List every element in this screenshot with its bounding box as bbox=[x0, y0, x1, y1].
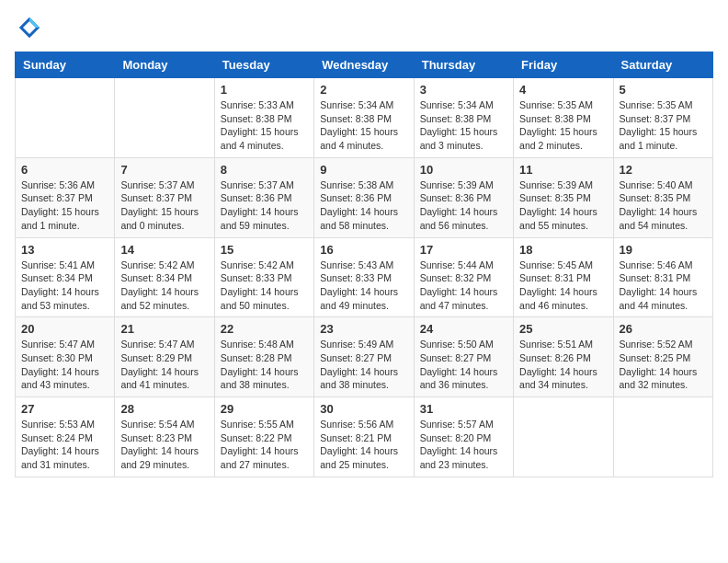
calendar-cell: 9Sunrise: 5:38 AM Sunset: 8:36 PM Daylig… bbox=[314, 157, 414, 237]
day-info: Sunrise: 5:42 AM Sunset: 8:33 PM Dayligh… bbox=[221, 259, 308, 313]
day-info: Sunrise: 5:49 AM Sunset: 8:27 PM Dayligh… bbox=[320, 338, 407, 392]
day-info: Sunrise: 5:33 AM Sunset: 8:38 PM Dayligh… bbox=[221, 98, 308, 153]
day-info: Sunrise: 5:37 AM Sunset: 8:37 PM Dayligh… bbox=[120, 178, 208, 233]
calendar-cell bbox=[115, 78, 214, 158]
day-info: Sunrise: 5:50 AM Sunset: 8:27 PM Dayligh… bbox=[420, 338, 507, 392]
calendar-cell bbox=[514, 397, 613, 477]
logo bbox=[15, 15, 42, 40]
day-info: Sunrise: 5:56 AM Sunset: 8:21 PM Dayligh… bbox=[320, 418, 407, 472]
calendar-cell: 13Sunrise: 5:41 AM Sunset: 8:34 PM Dayli… bbox=[16, 237, 115, 317]
day-number: 4 bbox=[519, 83, 607, 97]
calendar-cell: 27Sunrise: 5:53 AM Sunset: 8:24 PM Dayli… bbox=[16, 397, 115, 477]
day-info: Sunrise: 5:34 AM Sunset: 8:38 PM Dayligh… bbox=[420, 98, 507, 153]
calendar-cell: 10Sunrise: 5:39 AM Sunset: 8:36 PM Dayli… bbox=[414, 157, 513, 237]
column-header-friday: Friday bbox=[514, 52, 613, 78]
calendar-cell: 16Sunrise: 5:43 AM Sunset: 8:33 PM Dayli… bbox=[314, 237, 414, 317]
column-header-sunday: Sunday bbox=[16, 52, 115, 78]
day-info: Sunrise: 5:43 AM Sunset: 8:33 PM Dayligh… bbox=[320, 259, 407, 313]
calendar-cell: 11Sunrise: 5:39 AM Sunset: 8:35 PM Dayli… bbox=[514, 157, 613, 237]
calendar-cell bbox=[16, 78, 115, 158]
calendar-week-row: 20Sunrise: 5:47 AM Sunset: 8:30 PM Dayli… bbox=[16, 317, 713, 397]
calendar-week-row: 27Sunrise: 5:53 AM Sunset: 8:24 PM Dayli… bbox=[16, 397, 713, 477]
calendar-cell: 1Sunrise: 5:33 AM Sunset: 8:38 PM Daylig… bbox=[214, 78, 313, 158]
calendar-cell: 14Sunrise: 5:42 AM Sunset: 8:34 PM Dayli… bbox=[115, 237, 214, 317]
day-number: 31 bbox=[420, 402, 507, 416]
logo-icon bbox=[17, 15, 42, 40]
day-info: Sunrise: 5:48 AM Sunset: 8:28 PM Dayligh… bbox=[221, 338, 308, 392]
calendar-cell: 26Sunrise: 5:52 AM Sunset: 8:25 PM Dayli… bbox=[613, 317, 712, 397]
day-number: 24 bbox=[420, 322, 507, 336]
day-number: 20 bbox=[21, 322, 108, 336]
day-number: 12 bbox=[620, 163, 707, 177]
day-number: 3 bbox=[420, 83, 507, 97]
day-number: 13 bbox=[21, 243, 108, 257]
day-info: Sunrise: 5:46 AM Sunset: 8:31 PM Dayligh… bbox=[620, 259, 707, 313]
day-info: Sunrise: 5:42 AM Sunset: 8:34 PM Dayligh… bbox=[120, 259, 208, 313]
day-number: 17 bbox=[420, 243, 507, 257]
day-info: Sunrise: 5:45 AM Sunset: 8:31 PM Dayligh… bbox=[519, 259, 607, 313]
page-header bbox=[15, 15, 713, 40]
day-info: Sunrise: 5:54 AM Sunset: 8:23 PM Dayligh… bbox=[120, 418, 208, 472]
calendar-cell: 20Sunrise: 5:47 AM Sunset: 8:30 PM Dayli… bbox=[16, 317, 115, 397]
day-number: 9 bbox=[320, 163, 407, 177]
day-info: Sunrise: 5:52 AM Sunset: 8:25 PM Dayligh… bbox=[620, 338, 707, 392]
day-number: 26 bbox=[620, 322, 707, 336]
day-info: Sunrise: 5:34 AM Sunset: 8:38 PM Dayligh… bbox=[320, 98, 407, 153]
calendar-cell: 17Sunrise: 5:44 AM Sunset: 8:32 PM Dayli… bbox=[414, 237, 513, 317]
calendar-week-row: 1Sunrise: 5:33 AM Sunset: 8:38 PM Daylig… bbox=[16, 78, 713, 158]
day-info: Sunrise: 5:35 AM Sunset: 8:37 PM Dayligh… bbox=[620, 98, 707, 153]
column-header-tuesday: Tuesday bbox=[214, 52, 313, 78]
day-number: 22 bbox=[221, 322, 308, 336]
column-header-monday: Monday bbox=[115, 52, 214, 78]
calendar-cell: 18Sunrise: 5:45 AM Sunset: 8:31 PM Dayli… bbox=[514, 237, 613, 317]
day-number: 23 bbox=[320, 322, 407, 336]
calendar-week-row: 13Sunrise: 5:41 AM Sunset: 8:34 PM Dayli… bbox=[16, 237, 713, 317]
calendar-cell: 28Sunrise: 5:54 AM Sunset: 8:23 PM Dayli… bbox=[115, 397, 214, 477]
day-number: 2 bbox=[320, 83, 407, 97]
day-number: 10 bbox=[420, 163, 507, 177]
day-number: 27 bbox=[21, 402, 108, 416]
calendar-week-row: 6Sunrise: 5:36 AM Sunset: 8:37 PM Daylig… bbox=[16, 157, 713, 237]
day-info: Sunrise: 5:41 AM Sunset: 8:34 PM Dayligh… bbox=[21, 259, 108, 313]
day-number: 21 bbox=[120, 322, 208, 336]
day-number: 1 bbox=[221, 83, 308, 97]
calendar-cell: 15Sunrise: 5:42 AM Sunset: 8:33 PM Dayli… bbox=[214, 237, 313, 317]
day-number: 29 bbox=[221, 402, 308, 416]
day-info: Sunrise: 5:38 AM Sunset: 8:36 PM Dayligh… bbox=[320, 178, 407, 233]
calendar-cell bbox=[613, 397, 712, 477]
calendar-cell: 22Sunrise: 5:48 AM Sunset: 8:28 PM Dayli… bbox=[214, 317, 313, 397]
column-header-thursday: Thursday bbox=[414, 52, 513, 78]
day-number: 16 bbox=[320, 243, 407, 257]
calendar-cell: 2Sunrise: 5:34 AM Sunset: 8:38 PM Daylig… bbox=[314, 78, 414, 158]
day-info: Sunrise: 5:37 AM Sunset: 8:36 PM Dayligh… bbox=[221, 178, 308, 233]
day-number: 28 bbox=[120, 402, 208, 416]
day-number: 30 bbox=[320, 402, 407, 416]
day-info: Sunrise: 5:57 AM Sunset: 8:20 PM Dayligh… bbox=[420, 418, 507, 472]
calendar-cell: 21Sunrise: 5:47 AM Sunset: 8:29 PM Dayli… bbox=[115, 317, 214, 397]
day-info: Sunrise: 5:53 AM Sunset: 8:24 PM Dayligh… bbox=[21, 418, 108, 472]
day-info: Sunrise: 5:44 AM Sunset: 8:32 PM Dayligh… bbox=[420, 259, 507, 313]
calendar-cell: 3Sunrise: 5:34 AM Sunset: 8:38 PM Daylig… bbox=[414, 78, 513, 158]
calendar-cell: 25Sunrise: 5:51 AM Sunset: 8:26 PM Dayli… bbox=[514, 317, 613, 397]
calendar-cell: 24Sunrise: 5:50 AM Sunset: 8:27 PM Dayli… bbox=[414, 317, 513, 397]
calendar-cell: 6Sunrise: 5:36 AM Sunset: 8:37 PM Daylig… bbox=[16, 157, 115, 237]
day-info: Sunrise: 5:55 AM Sunset: 8:22 PM Dayligh… bbox=[221, 418, 308, 472]
calendar-table: SundayMondayTuesdayWednesdayThursdayFrid… bbox=[15, 52, 713, 477]
day-info: Sunrise: 5:35 AM Sunset: 8:38 PM Dayligh… bbox=[519, 98, 607, 153]
day-number: 7 bbox=[120, 163, 208, 177]
day-number: 25 bbox=[519, 322, 607, 336]
day-info: Sunrise: 5:36 AM Sunset: 8:37 PM Dayligh… bbox=[21, 178, 108, 233]
calendar-header-row: SundayMondayTuesdayWednesdayThursdayFrid… bbox=[16, 52, 713, 78]
day-info: Sunrise: 5:39 AM Sunset: 8:36 PM Dayligh… bbox=[420, 178, 507, 233]
calendar-cell: 8Sunrise: 5:37 AM Sunset: 8:36 PM Daylig… bbox=[214, 157, 313, 237]
day-number: 18 bbox=[519, 243, 607, 257]
day-number: 19 bbox=[620, 243, 707, 257]
column-header-wednesday: Wednesday bbox=[314, 52, 414, 78]
day-info: Sunrise: 5:47 AM Sunset: 8:29 PM Dayligh… bbox=[120, 338, 208, 392]
day-number: 5 bbox=[620, 83, 707, 97]
calendar-cell: 30Sunrise: 5:56 AM Sunset: 8:21 PM Dayli… bbox=[314, 397, 414, 477]
calendar-cell: 5Sunrise: 5:35 AM Sunset: 8:37 PM Daylig… bbox=[613, 78, 712, 158]
calendar-cell: 4Sunrise: 5:35 AM Sunset: 8:38 PM Daylig… bbox=[514, 78, 613, 158]
day-number: 6 bbox=[21, 163, 108, 177]
calendar-cell: 23Sunrise: 5:49 AM Sunset: 8:27 PM Dayli… bbox=[314, 317, 414, 397]
